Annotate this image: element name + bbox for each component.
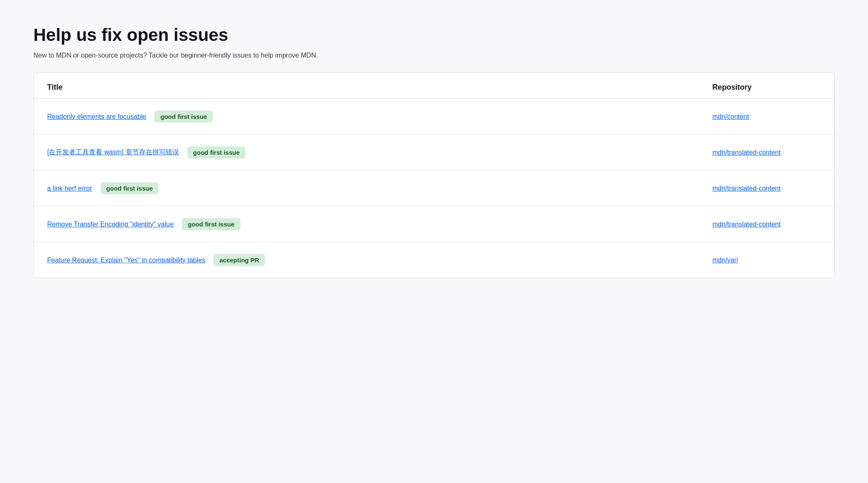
table-body: Readonly elements are focusable good fir…: [34, 99, 834, 278]
table-header: Title Repository: [34, 73, 834, 99]
page-title: Help us fix open issues: [33, 25, 835, 45]
badge-4: accepting PR: [214, 254, 265, 266]
page-subtitle: New to MDN or open-source projects? Tack…: [33, 52, 835, 59]
row-left-2: a link herf error good first issue: [47, 182, 712, 194]
badge-2: good first issue: [101, 182, 159, 194]
issue-link-0[interactable]: Readonly elements are focusable: [47, 113, 146, 121]
badge-3: good first issue: [182, 218, 240, 230]
issue-link-1[interactable]: [在开发者工具查看 wasm] 章节存在拼写错误: [47, 148, 179, 157]
row-left-0: Readonly elements are focusable good fir…: [47, 111, 712, 123]
badge-0: good first issue: [154, 111, 213, 123]
repo-link-1[interactable]: mdn/translated-content: [712, 149, 821, 156]
badge-1: good first issue: [187, 146, 246, 158]
table-row: Feature Request: Explain "Yes" in compat…: [34, 242, 834, 278]
table-row: Readonly elements are focusable good fir…: [34, 99, 834, 135]
column-header-title: Title: [47, 83, 63, 92]
repo-link-2[interactable]: mdn/translated-content: [712, 185, 821, 192]
row-left-1: [在开发者工具查看 wasm] 章节存在拼写错误 good first issu…: [47, 146, 712, 158]
table-row: a link herf error good first issue mdn/t…: [34, 171, 834, 206]
table-row: [在开发者工具查看 wasm] 章节存在拼写错误 good first issu…: [34, 135, 834, 171]
row-left-4: Feature Request: Explain "Yes" in compat…: [47, 254, 712, 266]
column-header-repo: Repository: [712, 83, 821, 92]
page-header: Help us fix open issues New to MDN or op…: [33, 25, 835, 59]
repo-link-4[interactable]: mdn/yari: [712, 257, 821, 264]
issues-table: Title Repository Readonly elements are f…: [33, 73, 835, 278]
repo-link-0[interactable]: mdn/content: [712, 113, 821, 121]
row-left-3: Remove Transfer Encoding "identity" valu…: [47, 218, 712, 230]
issue-link-3[interactable]: Remove Transfer Encoding "identity" valu…: [47, 221, 174, 228]
table-row: Remove Transfer Encoding "identity" valu…: [34, 206, 834, 242]
repo-link-3[interactable]: mdn/translated-content: [712, 221, 821, 228]
issue-link-4[interactable]: Feature Request: Explain "Yes" in compat…: [47, 257, 205, 264]
issue-link-2[interactable]: a link herf error: [47, 185, 92, 192]
